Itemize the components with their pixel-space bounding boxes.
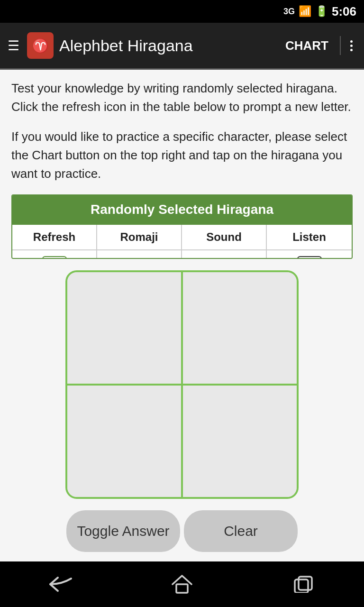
sound-cell: teh [182, 250, 267, 259]
refresh-button[interactable] [42, 256, 67, 259]
signal-bars-icon: 📶 [299, 5, 311, 18]
battery-icon: 🔋 [315, 5, 328, 18]
svg-text:♈: ♈ [32, 38, 49, 54]
table-header: Randomly Selected Hiragana [12, 195, 352, 224]
col-romaji: Romaji [97, 225, 182, 249]
chart-button[interactable]: CHART [280, 35, 334, 57]
col-listen: Listen [267, 225, 352, 249]
table-column-headers: Refresh Romaji Sound Listen [12, 224, 352, 249]
main-content: Test your knowledge by writing randomly … [0, 70, 364, 561]
description-paragraph-1: Test your knowledge by writing randomly … [11, 79, 353, 116]
recents-nav-icon[interactable] [284, 570, 322, 598]
svg-rect-4 [299, 577, 312, 590]
listen-button[interactable] [297, 256, 322, 259]
action-buttons: Toggle Answer Clear [11, 510, 353, 552]
hiragana-table: Randomly Selected Hiragana Refresh Romaj… [11, 194, 353, 259]
col-sound: Sound [182, 225, 267, 249]
app-logo: ♈ [27, 32, 54, 59]
more-options-icon[interactable] [346, 37, 356, 55]
listen-cell[interactable] [267, 250, 352, 259]
table-data-row: te teh [12, 249, 352, 259]
svg-rect-3 [176, 584, 188, 593]
menu-icon[interactable]: ☰ [8, 38, 19, 54]
svg-rect-5 [295, 579, 308, 593]
col-refresh: Refresh [12, 225, 97, 249]
drawing-canvas[interactable] [65, 270, 299, 499]
refresh-cell[interactable] [12, 250, 97, 259]
app-title: Alephbet Hiragana [59, 37, 274, 55]
description-paragraph-2: If you would like to practice a specific… [11, 128, 353, 183]
app-bar: ☰ ♈ Alephbet Hiragana CHART [0, 23, 364, 68]
drawing-cell-bottom-left[interactable] [67, 385, 182, 497]
signal-indicator: 3G [283, 7, 295, 17]
back-nav-icon[interactable] [42, 570, 80, 598]
clear-button[interactable]: Clear [184, 510, 298, 552]
home-nav-icon[interactable] [163, 570, 201, 598]
status-bar: 3G 📶 🔋 5:06 [0, 0, 364, 23]
drawing-cell-bottom-right[interactable] [182, 385, 297, 497]
drawing-cell-top-left[interactable] [67, 272, 182, 385]
toggle-answer-button[interactable]: Toggle Answer [66, 510, 180, 552]
nav-bar [0, 561, 364, 607]
romaji-cell: te [97, 250, 182, 259]
clock: 5:06 [332, 4, 356, 19]
divider [340, 36, 341, 55]
drawing-cell-top-right[interactable] [182, 272, 297, 385]
